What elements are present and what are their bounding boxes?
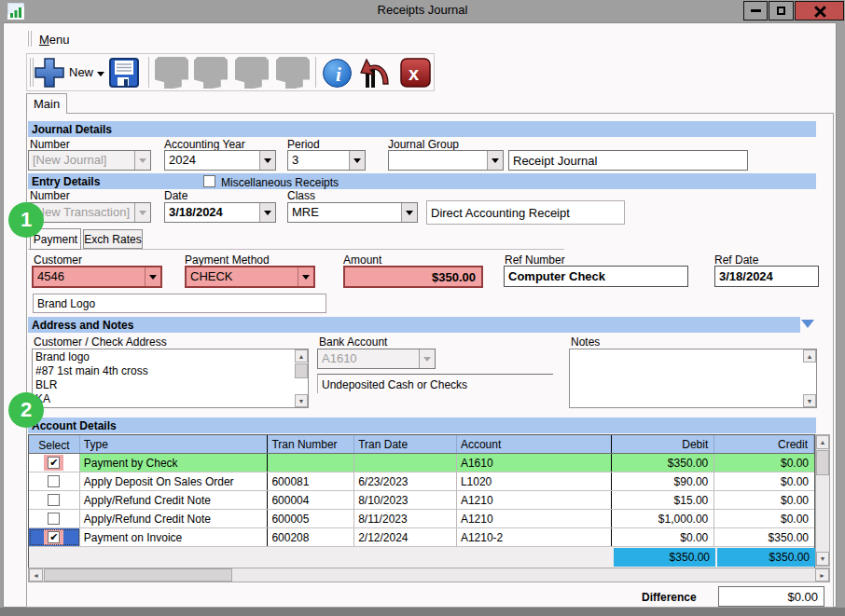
cell-debit[interactable]: $0.00 (612, 528, 715, 546)
address-textarea[interactable]: Brand logo #87 1st main 4th cross BLR KA… (32, 349, 309, 408)
cell-tran-date[interactable]: 8/10/2023 (354, 491, 457, 509)
new-dropdown-icon[interactable] (97, 72, 104, 80)
row-checkbox[interactable] (48, 475, 60, 487)
cell-account[interactable]: A1210 (457, 491, 612, 509)
cancel-button[interactable]: x (398, 57, 432, 89)
cell-tran-number[interactable]: 600005 (268, 510, 354, 527)
collapse-section-icon[interactable] (801, 320, 814, 335)
column-header-tran-number[interactable]: Tran Number (268, 435, 354, 453)
new-button-label[interactable]: New (69, 65, 93, 79)
cell-credit[interactable]: $0.00 (714, 472, 814, 490)
scroll-thumb[interactable] (295, 363, 308, 378)
dropdown-icon[interactable] (298, 267, 313, 286)
cell-type[interactable]: Payment on Invoice (80, 528, 269, 546)
scroll-left-icon[interactable]: ◄ (29, 568, 43, 582)
row-select-cell[interactable] (29, 491, 80, 509)
table-vertical-scrollbar[interactable]: ▲ ▼ (815, 434, 830, 567)
notes-textarea[interactable]: ▲ ▼ (569, 349, 817, 408)
scroll-up-icon[interactable]: ▲ (295, 349, 308, 363)
row-checkbox[interactable] (48, 513, 60, 525)
difference-field[interactable]: $0.00 (718, 586, 824, 607)
cell-account[interactable]: A1210-2 (457, 528, 612, 546)
table-row[interactable]: ✔Payment by CheckA1610$350.00$0.00 (29, 454, 814, 472)
cell-tran-date[interactable]: 6/23/2023 (354, 472, 457, 490)
amount-field[interactable]: $350.00 (343, 266, 483, 288)
scroll-right-icon[interactable]: ► (815, 568, 829, 582)
scroll-down-icon[interactable]: ▼ (816, 552, 829, 566)
row-select-cell[interactable]: ✔ (29, 454, 80, 472)
cell-type[interactable]: Apply/Refund Credit Note (80, 491, 269, 509)
cell-tran-date[interactable]: 2/12/2024 (354, 528, 457, 546)
transaction-number-combo[interactable]: [New Transaction] (28, 202, 151, 223)
cell-account[interactable]: A1210 (457, 510, 612, 527)
minimize-button[interactable] (743, 1, 768, 21)
table-horizontal-scrollbar[interactable]: ◄ ► (28, 568, 830, 582)
menu-item-menu[interactable]: Menu (39, 33, 70, 47)
table-row[interactable]: ✔Payment on Invoice6002082/12/2024A1210-… (29, 528, 814, 547)
dropdown-icon[interactable] (134, 151, 150, 170)
miscellaneous-receipts-checkbox[interactable] (203, 175, 215, 187)
period-combo[interactable]: 3 (287, 150, 366, 171)
class-combo[interactable]: MRE (287, 202, 418, 223)
journal-group-name-field[interactable]: Receipt Journal (508, 150, 748, 171)
cell-debit[interactable]: $1,000.00 (612, 510, 715, 527)
cell-debit[interactable]: $90.00 (612, 472, 715, 490)
cell-tran-number[interactable]: 600004 (268, 491, 354, 509)
dropdown-icon[interactable] (145, 267, 160, 286)
dropdown-icon[interactable] (349, 151, 365, 170)
ref-number-field[interactable]: Computer Check (504, 266, 688, 287)
column-header-credit[interactable]: Credit (714, 435, 814, 453)
cell-type[interactable]: Apply Deposit On Sales Order (80, 472, 269, 490)
cell-type[interactable]: Payment by Check (80, 454, 269, 472)
accounting-year-combo[interactable]: 2024 (164, 150, 276, 171)
bank-account-combo[interactable]: A1610 (317, 349, 436, 369)
journal-group-combo[interactable] (388, 150, 504, 171)
cell-debit[interactable]: $350.00 (612, 454, 715, 472)
column-header-tran-date[interactable]: Tran Date (354, 435, 457, 453)
scroll-up-icon[interactable]: ▲ (816, 435, 829, 449)
payment-method-combo[interactable]: CHECK (185, 266, 315, 288)
cell-credit[interactable]: $0.00 (714, 510, 814, 527)
row-checkbox[interactable]: ✔ (48, 457, 60, 469)
cell-tran-date[interactable]: 8/11/2023 (354, 510, 457, 527)
row-checkbox[interactable]: ✔ (48, 531, 60, 543)
table-row[interactable]: Apply Deposit On Sales Order6000816/23/2… (29, 472, 814, 491)
dropdown-icon[interactable] (134, 203, 150, 222)
column-header-account[interactable]: Account (457, 435, 612, 453)
date-combo[interactable]: 3/18/2024 (164, 202, 276, 223)
cell-account[interactable]: L1020 (457, 472, 612, 490)
scroll-thumb[interactable] (44, 568, 232, 582)
column-header-debit[interactable]: Debit (612, 435, 715, 453)
scroll-down-icon[interactable]: ▼ (295, 394, 308, 407)
row-select-cell[interactable] (29, 510, 80, 527)
customer-combo[interactable]: 4546 (32, 266, 162, 288)
dropdown-icon[interactable] (259, 203, 275, 222)
scroll-down-icon[interactable]: ▼ (803, 394, 816, 407)
column-header-type[interactable]: Type (80, 435, 269, 453)
customer-name-field[interactable]: Brand Logo (33, 294, 326, 313)
close-button[interactable] (795, 1, 844, 21)
journal-number-combo[interactable]: [New Journal] (28, 150, 151, 171)
save-button[interactable] (104, 56, 144, 89)
scroll-thumb[interactable] (816, 450, 829, 475)
cell-type[interactable]: Apply/Refund Credit Note (80, 510, 269, 527)
undo-button[interactable] (356, 55, 394, 90)
table-row[interactable]: Apply/Refund Credit Note6000048/10/2023A… (29, 491, 814, 510)
dropdown-icon[interactable] (419, 349, 435, 368)
dropdown-icon[interactable] (487, 151, 503, 170)
dropdown-icon[interactable] (259, 151, 275, 170)
cell-credit[interactable]: $350.00 (714, 528, 814, 546)
table-row[interactable]: Apply/Refund Credit Note6000058/11/2023A… (29, 510, 814, 528)
new-button[interactable] (32, 55, 67, 90)
row-select-cell[interactable]: ✔ (29, 528, 80, 546)
info-button[interactable]: i (320, 56, 353, 89)
maximize-button[interactable] (769, 1, 794, 21)
cell-account[interactable]: A1610 (457, 454, 612, 472)
scroll-up-icon[interactable]: ▲ (803, 349, 816, 363)
cell-debit[interactable]: $15.00 (612, 491, 715, 509)
cell-tran-number[interactable]: 600208 (268, 528, 354, 546)
cell-tran-number[interactable] (268, 454, 354, 472)
cell-tran-date[interactable] (354, 454, 457, 472)
tab-exch-rates[interactable]: Exch Rates (83, 229, 143, 249)
ref-date-field[interactable]: 3/18/2024 (714, 266, 819, 287)
